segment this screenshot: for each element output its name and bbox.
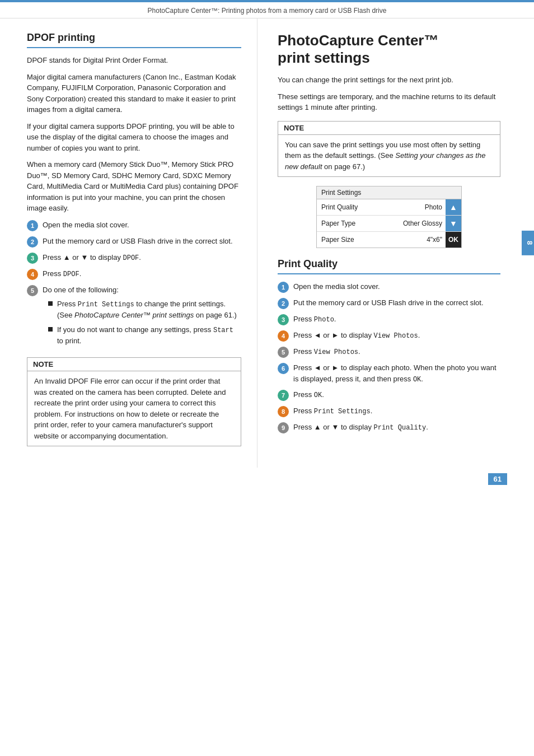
dpof-note-content: An Invalid DPOF File error can occur if … [27,371,241,446]
pq-step-9: 9 Press ▲ or ▼ to display Print Quality. [278,422,500,433]
pq-step-num-9: 9 [278,422,289,433]
pq-step-1: 1 Open the media slot cover. [278,281,500,293]
bottom-page-num: 61 [0,468,534,491]
pq-step-text-7: Press OK. [293,389,500,400]
right-col-inner: PhotoCapture Center™ print settings You … [278,32,518,433]
dpof-para3: If your digital camera supports DPOF pri… [27,121,241,154]
step-number-1: 1 [27,220,38,231]
pq-step-text-4: Press ◄ or ► to display View Photos. [293,330,500,341]
ps-row-paper-type: Paper Type Other Glossy ▼ [317,216,461,232]
pq-step-num-6: 6 [278,363,289,374]
dpof-para4: When a memory card (Memory Stick Duo™, M… [27,159,241,214]
pcs-para2: These settings are temporary, and the ma… [278,91,500,113]
dpof-para2: Major digital camera manufacturers (Cano… [27,72,241,115]
pq-steps: 1 Open the media slot cover. 2 Put the m… [278,281,500,433]
pq-step-text-9: Press ▲ or ▼ to display Print Quality. [293,422,500,433]
step-text-5: Do one of the following: Press Print Set… [43,284,241,350]
pcs-note-content: You can save the print settings you use … [278,135,500,177]
print-quality-title: Print Quality [278,258,500,274]
pq-step-num-3: 3 [278,314,289,325]
header-text: PhotoCapture Center™: Printing photos fr… [148,7,387,15]
sub-step-text-1: Press Print Settings to change the print… [57,298,241,321]
pq-step-num-7: 7 [278,390,289,401]
step-number-2: 2 [27,236,38,248]
page-number: 61 [488,473,507,485]
ps-label-quality: Print Quality [317,200,401,214]
ps-value-paper-type: Other Glossy [400,217,446,230]
pq-step-4: 4 Press ◄ or ► to display View Photos. [278,330,500,342]
pcs-para1: You can change the print settings for th… [278,74,500,86]
step-text-2: Put the memory card or USB Flash drive i… [43,236,241,247]
print-settings-panel: Print Settings Print Quality Photo ▲ Pap… [316,186,462,248]
pq-step-3: 3 Press Photo. [278,314,500,325]
sub-step-2: If you do not want to change any setting… [48,324,241,347]
bullet-2 [48,327,53,332]
pq-step-text-2: Put the memory card or USB Flash drive i… [293,297,500,309]
pq-step-8: 8 Press Print Settings. [278,405,500,417]
step-number-3: 3 [27,253,38,264]
pq-step-6: 6 Press ◄ or ► to display each photo. Wh… [278,362,500,385]
sub-step-text-2: If you do not want to change any setting… [57,324,241,347]
dpof-section-title: DPOF printing [27,32,241,48]
pq-step-7: 7 Press OK. [278,389,500,401]
photocapture-section-title: PhotoCapture Center™ print settings [278,32,500,67]
dpof-note-header: NOTE [27,358,241,371]
ps-label-paper-type: Paper Type [317,217,400,230]
pq-step-num-8: 8 [278,406,289,417]
step-text-1: Open the media slot cover. [43,220,241,231]
header-bar: PhotoCapture Center™: Printing photos fr… [0,2,534,18]
pq-step-num-1: 1 [278,282,289,293]
ps-header: Print Settings [317,186,461,199]
step-5: 5 Do one of the following: Press Print S… [27,284,241,350]
pcs-note-header: NOTE [278,122,500,135]
step-1: 1 Open the media slot cover. [27,220,241,231]
ps-btn-ok[interactable]: OK [446,232,461,248]
step-2: 2 Put the memory card or USB Flash drive… [27,236,241,248]
step-number-4: 4 [27,269,38,280]
right-column: PhotoCapture Center™ print settings You … [257,18,534,468]
pq-step-text-6: Press ◄ or ► to display each photo. When… [293,362,500,385]
step-text-3: Press ▲ or ▼ to display DPOF. [43,252,241,263]
step-4: 4 Press DPOF. [27,268,241,280]
pq-step-text-1: Open the media slot cover. [293,281,500,292]
pcs-note-box: NOTE You can save the print settings you… [278,121,500,178]
pq-step-text-3: Press Photo. [293,314,500,325]
dpof-steps: 1 Open the media slot cover. 2 Put the m… [27,220,241,350]
sub-steps: Press Print Settings to change the print… [48,298,241,346]
pq-step-num-5: 5 [278,347,289,358]
pq-step-num-2: 2 [278,298,289,309]
ps-value-quality: Photo [401,200,446,214]
bullet-1 [48,301,53,306]
sub-step-1: Press Print Settings to change the print… [48,298,241,321]
step-3: 3 Press ▲ or ▼ to display DPOF. [27,252,241,264]
pq-step-text-5: Press View Photos. [293,346,500,357]
ps-label-paper-size: Paper Size [317,233,401,246]
pq-step-5: 5 Press View Photos. [278,346,500,358]
ps-btn-down[interactable]: ▼ [446,216,461,231]
step-number-5: 5 [27,285,38,296]
ps-row-paper-size: Paper Size 4"x6" OK [317,232,461,248]
chapter-badge: 8 [522,231,534,255]
step-text-4: Press DPOF. [43,268,241,279]
dpof-para1: DPOF stands for Digital Print Order Form… [27,55,241,66]
pq-step-num-4: 4 [278,330,289,342]
pq-step-2: 2 Put the memory card or USB Flash drive… [278,297,500,309]
ps-row-quality: Print Quality Photo ▲ [317,199,461,216]
left-column: DPOF printing DPOF stands for Digital Pr… [0,18,257,468]
dpof-note-box: NOTE An Invalid DPOF File error can occu… [27,357,241,446]
ps-value-paper-size: 4"x6" [401,233,446,246]
ps-btn-up[interactable]: ▲ [446,199,461,215]
pq-step-text-8: Press Print Settings. [293,405,500,417]
